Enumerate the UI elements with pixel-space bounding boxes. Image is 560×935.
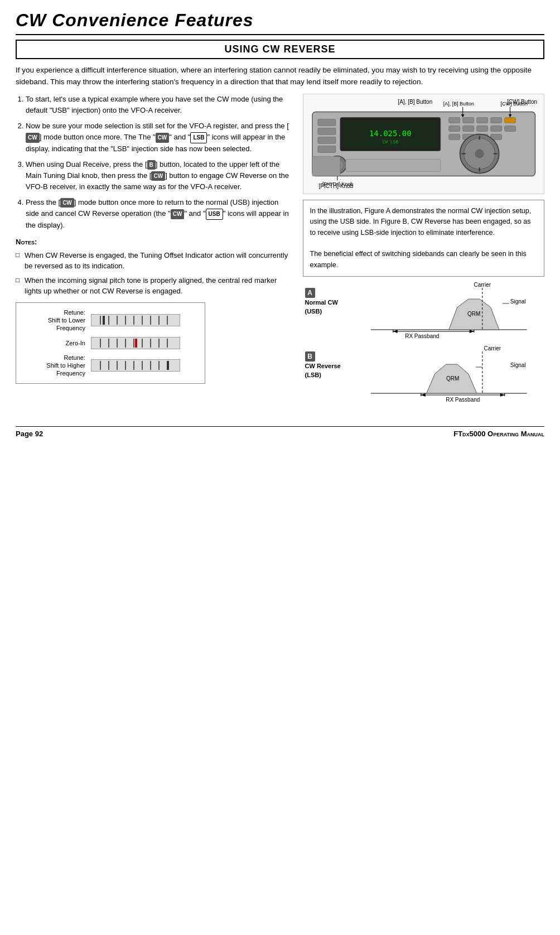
step-1: To start, let's use a typical example wh… [26, 94, 294, 116]
b-badge-step3: B [147, 160, 156, 170]
left-column: To start, let's use a typical example wh… [16, 94, 294, 409]
diagram-b-row: B CW Reverse(LSB) RX Passband [305, 346, 542, 402]
retune-diagram: Retune:Shift to Lower Frequency [16, 302, 205, 384]
retune-row-lower: Retune:Shift to Lower Frequency [24, 309, 197, 332]
svg-rect-15 [462, 126, 474, 131]
picth-knob-label: [PICTH] Knob [319, 183, 354, 189]
ab-button-label: [A], [B] Button [398, 99, 433, 105]
svg-rect-12 [490, 117, 501, 123]
svg-rect-40 [345, 159, 440, 171]
diagram-b-title: CW Reverse(LSB) [305, 363, 341, 378]
title-rest: Convenience Features [46, 10, 253, 30]
svg-marker-59 [421, 393, 425, 397]
svg-text:14.025.00: 14.025.00 [369, 128, 411, 137]
usb-icon-step4: USB [206, 209, 223, 220]
retune-row-center: Zero-In [24, 337, 197, 349]
svg-text:CW LSB: CW LSB [382, 139, 398, 144]
page-title: CW Convenience Features [16, 10, 544, 31]
diagram-a-letter: A [305, 288, 315, 298]
tuning-strip-higher [91, 359, 180, 372]
retune-center-label: Zero-In [24, 339, 85, 347]
svg-marker-46 [393, 330, 397, 333]
manual-name: FTdx5000 Operating Manual [453, 430, 544, 438]
svg-rect-9 [448, 117, 460, 123]
explanation-box: In the illustration, Figure A demonstrat… [303, 200, 544, 277]
svg-text:Signal: Signal [510, 362, 525, 368]
title-rule [16, 34, 544, 35]
svg-rect-6 [317, 128, 335, 134]
svg-rect-8 [317, 146, 335, 152]
diagram-b-chart: RX Passband QRM Carrier Signal [355, 346, 542, 402]
footer-right: FTdx5000 Operating Manual [453, 430, 544, 438]
page-number: Page 92 [16, 430, 43, 438]
intro-paragraph: If you experience a difficult interferen… [16, 65, 544, 88]
cw-badge-step4: CW [60, 198, 74, 208]
main-layout: To start, let's use a typical example wh… [16, 94, 544, 409]
diagram-b-svg: RX Passband QRM Carrier Signal [355, 346, 542, 407]
cw-badge-step3: CW [151, 171, 165, 181]
explanation-text-2: The beneficial effect of switching sideb… [310, 249, 537, 271]
svg-marker-60 [500, 393, 504, 397]
svg-marker-47 [469, 330, 474, 333]
svg-rect-19 [448, 134, 460, 139]
retune-higher-label: Retune:Shift to Higher Frequency [24, 354, 85, 378]
cw-icon-step2: CW [156, 133, 170, 143]
lsb-icon-step2: LSB [190, 132, 207, 143]
notes-list: When CW Reverse is engaged, the Tuning O… [16, 250, 294, 297]
page-footer: Page 92 FTdx5000 Operating Manual [16, 426, 544, 438]
marker-center [135, 339, 137, 348]
note-1: When CW Reverse is engaged, the Tuning O… [16, 250, 294, 272]
svg-rect-17 [490, 126, 501, 131]
tuning-strip-center [91, 337, 180, 349]
marker-higher [167, 361, 169, 370]
svg-rect-13 [504, 117, 515, 123]
notes-title: Notes: [16, 237, 294, 248]
step-2: Now be sure your mode selection is still… [26, 121, 294, 155]
svg-text:QRM: QRM [446, 375, 459, 382]
signal-diagrams: A Normal CW(USB) RX Passband [303, 282, 544, 402]
notes-section: Notes: When CW Reverse is engaged, the T… [16, 237, 294, 297]
svg-rect-10 [462, 117, 474, 123]
title-cw: CW [16, 10, 46, 30]
diagram-a-chart: RX Passband QRM Carrier Signal [355, 282, 542, 338]
svg-rect-14 [448, 126, 460, 131]
cw-icon-step4: CW [171, 209, 185, 219]
retune-higher-bar [91, 359, 180, 372]
section-title-text: Using CW Reverse [224, 44, 335, 55]
svg-point-25 [475, 149, 484, 158]
diagram-a-label: A Normal CW(USB) [305, 282, 355, 316]
radio-image-box: [A], [B] Button [CW] Button [PICTH] Knob… [303, 94, 544, 194]
steps-list: To start, let's use a typical example wh… [16, 94, 294, 231]
step-3: When using Dual Receive, press the [B] b… [26, 159, 294, 192]
radio-illustration: 14.025.00 CW LSB [307, 98, 540, 190]
diagram-a-row: A Normal CW(USB) RX Passband [305, 282, 542, 338]
retune-lower-label: Retune:Shift to Lower Frequency [24, 309, 85, 332]
svg-rect-16 [476, 126, 487, 131]
svg-text:QRM: QRM [467, 311, 480, 317]
svg-rect-7 [317, 137, 335, 143]
svg-rect-18 [504, 126, 515, 131]
diagram-b-letter: B [305, 351, 315, 362]
diagram-a-title: Normal CW(USB) [305, 299, 338, 315]
svg-text:Signal: Signal [510, 298, 525, 305]
marker-lower [103, 316, 105, 325]
retune-row-higher: Retune:Shift to Higher Frequency [24, 354, 197, 378]
svg-rect-5 [317, 119, 335, 126]
cw-button-label: [CW] Button [507, 99, 537, 105]
svg-text:Carrier: Carrier [474, 282, 491, 288]
svg-text:[A], [B] Button: [A], [B] Button [443, 100, 474, 106]
diagram-a-svg: RX Passband QRM Carrier Signal [355, 282, 542, 344]
cw-badge-step2: CW [26, 133, 40, 143]
svg-text:Carrier: Carrier [484, 346, 501, 351]
step-4: Press the [CW] mode button once more to … [26, 197, 294, 231]
retune-center-bar [91, 337, 180, 349]
right-column: [A], [B] Button [CW] Button [PICTH] Knob… [303, 94, 544, 409]
and-word: and [174, 133, 186, 141]
svg-rect-11 [476, 117, 487, 123]
section-header: Using CW Reverse [16, 40, 544, 59]
tuning-strip-lower [91, 314, 180, 326]
retune-lower-bar [91, 314, 180, 326]
svg-rect-39 [312, 156, 340, 176]
explanation-text-1: In the illustration, Figure A demonstrat… [310, 206, 537, 238]
svg-text:RX Passband: RX Passband [405, 333, 439, 339]
